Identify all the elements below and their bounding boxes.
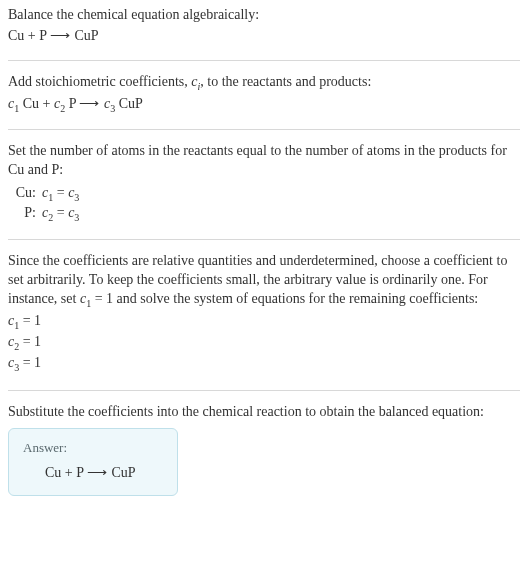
coef-equation: c1 Cu + c2 P ⟶ c3 CuP [8,95,520,115]
coef-intro: Add stoichiometric coefficients, ci, to … [8,73,520,93]
cu-rhs-s: 3 [74,192,79,203]
balanced-equation: Cu + P ⟶ CuP [23,464,163,483]
cu-eq: = [53,185,68,200]
unbalanced-equation: Cu + P ⟶ CuP [8,27,520,46]
coef-row: c3 = 1 [8,354,520,374]
section-solve: Since the coefficients are relative quan… [8,252,520,391]
arrow-icon: ⟶ [50,28,71,43]
c-val: = 1 [19,313,41,328]
intro-text-b: , to the reactants and products: [200,74,371,89]
answer-box: Answer: Cu + P ⟶ CuP [8,428,178,496]
section-answer: Substitute the coefficients into the che… [8,403,520,496]
section-add-coefficients: Add stoichiometric coefficients, ci, to … [8,73,520,131]
arrow-icon: ⟶ [79,96,100,111]
atoms-table: Cu: c1 = c3 P: c2 = c3 [8,184,520,225]
ans-lhs: Cu + P [45,465,84,480]
term-p: P [65,96,79,111]
solve-text-b: = 1 and solve the system of equations fo… [91,291,478,306]
term-cup: CuP [115,96,143,111]
p-rhs-s: 3 [74,212,79,223]
problem-title: Balance the chemical equation algebraica… [8,6,520,25]
solve-intro: Since the coefficients are relative quan… [8,252,520,310]
term-cu: Cu + [19,96,54,111]
coef-row: c2 = 1 [8,333,520,353]
answer-intro: Substitute the coefficients into the che… [8,403,520,422]
ans-rhs: CuP [112,465,136,480]
c-val: = 1 [19,355,41,370]
section-atom-balance: Set the number of atoms in the reactants… [8,142,520,239]
intro-text-a: Add stoichiometric coefficients, [8,74,191,89]
row-label-cu: Cu: [8,184,36,204]
row-eq-cu: c1 = c3 [42,184,520,204]
section-problem: Balance the chemical equation algebraica… [8,6,520,61]
row-eq-p: c2 = c3 [42,204,520,224]
eq-lhs: Cu + P [8,28,47,43]
coef-row: c1 = 1 [8,312,520,332]
p-eq: = [53,205,68,220]
eq-rhs: CuP [75,28,99,43]
balance-intro: Set the number of atoms in the reactants… [8,142,520,180]
c3: c [100,96,110,111]
row-label-p: P: [8,204,36,224]
c-val: = 1 [19,334,41,349]
coef-solutions: c1 = 1 c2 = 1 c3 = 1 [8,312,520,375]
arrow-icon: ⟶ [87,465,108,480]
answer-label: Answer: [23,439,163,457]
